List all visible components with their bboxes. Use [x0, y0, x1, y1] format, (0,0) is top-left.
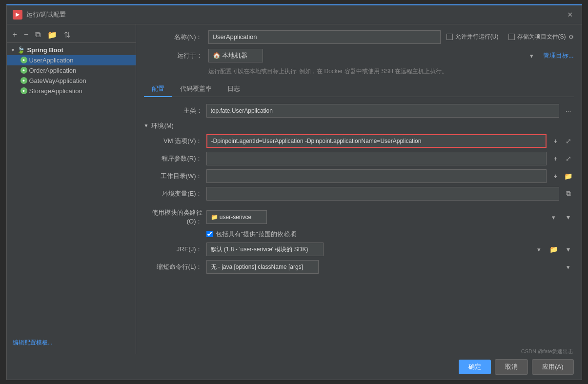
tab-coverage[interactable]: 代码覆盖率	[172, 81, 220, 97]
jre-dropdown-button[interactable]: ▾	[563, 244, 574, 255]
info-text: 运行配置可以在本地或目标上执行: 例如，在 Docker 容器中或使用 SSH …	[144, 67, 574, 76]
app-icon: ▶	[13, 10, 22, 20]
env-vars-row: 环境变量(E)： ⧉	[144, 187, 574, 201]
header-right: 允许并行运行(U) 存储为项目文件(S) ⚙	[446, 33, 574, 41]
vm-options-add-button[interactable]: +	[550, 136, 561, 146]
env-vars-actions: ⧉	[563, 188, 574, 199]
sidebar-item-user-application[interactable]: ● UserApplication	[7, 55, 136, 65]
close-button[interactable]: ×	[565, 9, 576, 20]
short-cmd-row: 缩短命令行(L)： 无 - java [options] className […	[144, 260, 574, 274]
jre-wrapper: 默认 (1.8 - 'user-serivce' 模块的 SDK)	[206, 243, 545, 256]
save-to-file-checkbox-row: 存储为项目文件(S) ⚙	[508, 33, 574, 41]
program-args-row: 程序参数(R)： + ⤢	[144, 152, 574, 165]
copy-config-button[interactable]: ⧉	[33, 29, 42, 40]
edit-template-link[interactable]: 编辑配置模板...	[7, 335, 136, 351]
title-bar: ▶ 运行/调试配置 ×	[7, 5, 582, 24]
title-bar-left: ▶ 运行/调试配置	[13, 10, 66, 20]
dialog-title: 运行/调试配置	[26, 10, 66, 19]
program-args-input[interactable]	[206, 152, 547, 165]
sidebar-label-user-application: UserApplication	[29, 57, 74, 64]
cancel-button[interactable]: 取消	[495, 359, 528, 375]
allow-parallel-label: 允许并行运行(U)	[455, 33, 499, 41]
main-class-label: 主类：	[144, 106, 203, 115]
jre-select[interactable]: 默认 (1.8 - 'user-serivce' 模块的 SDK)	[206, 243, 324, 256]
work-dir-add-button[interactable]: +	[550, 171, 561, 182]
remove-config-button[interactable]: −	[22, 29, 30, 40]
program-args-actions: + ⤢	[550, 153, 574, 164]
env-vars-input[interactable]	[206, 187, 559, 201]
watermark: CSDN @fate急速出击	[521, 348, 574, 355]
vm-options-label: VM 选项(V)：	[144, 137, 203, 145]
run-on-row: 运行于： 🏠 本地机器 管理目标...	[144, 49, 574, 62]
sidebar-left: + − ⧉ 📁 ⇅ ▼ 🍃 Spring Boot ●	[7, 27, 136, 351]
module-classpath-select[interactable]: 📁 user-serivce	[206, 210, 267, 224]
include-provided-label: 包括具有"提供"范围的依赖项	[216, 230, 296, 239]
main-class-row: 主类： ···	[144, 104, 574, 118]
tab-config[interactable]: 配置	[144, 81, 172, 97]
sidebar-item-storage-application[interactable]: ● StorageApplication	[7, 86, 136, 96]
name-input[interactable]	[208, 30, 441, 44]
run-on-select-wrapper: 🏠 本地机器	[208, 49, 537, 62]
vm-options-actions: + ⤢	[550, 136, 574, 146]
env-vars-label: 环境变量(E)：	[144, 189, 203, 198]
include-provided-row: 包括具有"提供"范围的依赖项	[144, 230, 574, 239]
env-section-label: ▼ 环境(M)	[144, 121, 574, 130]
work-dir-input[interactable]	[206, 169, 547, 183]
work-dir-browse-button[interactable]: 📁	[563, 171, 574, 182]
bottom-bar: CSDN @fate急速出击 确定 取消 应用(A)	[7, 354, 582, 380]
main-class-browse-button[interactable]: ···	[563, 105, 574, 116]
sort-config-button[interactable]: ⇅	[62, 29, 72, 40]
sidebar-item-order-application[interactable]: ● OrderApplication	[7, 65, 136, 76]
short-cmd-select[interactable]: 无 - java [options] className [args]	[206, 260, 319, 274]
sidebar-label-storage-application: StorageApplication	[29, 87, 82, 95]
sidebar-item-gateway-application[interactable]: ● GateWayApplication	[7, 76, 136, 86]
spring-icon-gateway: ●	[20, 77, 27, 84]
tabs: 配置 代码覆盖率 日志	[144, 81, 574, 97]
run-on-label: 运行于：	[144, 51, 203, 60]
module-classpath-wrapper: 📁 user-serivce	[206, 210, 559, 224]
module-classpath-label: 使用模块的类路径(O)：	[144, 208, 203, 226]
run-debug-config-dialog: ▶ 运行/调试配置 × + − ⧉ 📁 ⇅ ▼ 🍃	[6, 4, 582, 380]
ok-button[interactable]: 确定	[459, 360, 491, 374]
add-config-button[interactable]: +	[11, 29, 19, 40]
apply-button[interactable]: 应用(A)	[532, 359, 573, 375]
settings-icon[interactable]: ⚙	[568, 34, 574, 40]
manage-targets-link[interactable]: 管理目标...	[543, 51, 574, 60]
module-classpath-row: 使用模块的类路径(O)： 📁 user-serivce ▾	[144, 208, 574, 226]
env-section-title: 环境(M)	[151, 121, 174, 130]
right-panel: 名称(N)： 允许并行运行(U) 存储为项目文件(S) ⚙ 运行于：	[136, 24, 582, 354]
save-to-file-checkbox[interactable]	[508, 34, 515, 40]
allow-parallel-checkbox[interactable]	[446, 34, 453, 40]
program-args-add-button[interactable]: +	[550, 153, 561, 164]
short-cmd-wrapper: 无 - java [options] className [args]	[206, 260, 574, 274]
vm-options-row: VM 选项(V)： + ⤢	[144, 134, 574, 148]
tab-log[interactable]: 日志	[220, 81, 248, 97]
sidebar-tree: ▼ 🍃 Spring Boot ● UserApplication ● Orde…	[7, 45, 136, 335]
module-classpath-dropdown-button[interactable]: ▾	[563, 212, 574, 222]
tree-group-spring-boot[interactable]: ▼ 🍃 Spring Boot	[7, 45, 136, 55]
sidebar: + − ⧉ 📁 ⇅ ▼ 🍃 Spring Boot ●	[7, 24, 136, 354]
sidebar-toolbar: + − ⧉ 📁 ⇅	[7, 27, 136, 43]
env-vars-edit-button[interactable]: ⧉	[563, 188, 574, 199]
env-section: ▼ 环境(M) VM 选项(V)： + ⤢ 程序参数(R)：	[144, 121, 574, 204]
folder-config-button[interactable]: 📁	[45, 29, 59, 40]
spring-icon-user: ●	[20, 57, 27, 63]
vm-options-input[interactable]	[206, 134, 547, 148]
spring-boot-group-icon: 🍃	[17, 46, 25, 54]
jre-row: JRE(J)： 默认 (1.8 - 'user-serivce' 模块的 SDK…	[144, 243, 574, 256]
vm-options-expand-button[interactable]: ⤢	[563, 136, 574, 146]
run-on-select[interactable]: 🏠 本地机器	[208, 49, 263, 62]
jre-browse-button[interactable]: 📁	[548, 244, 559, 255]
env-expand-arrow[interactable]: ▼	[144, 123, 149, 128]
program-args-expand-button[interactable]: ⤢	[563, 153, 574, 164]
allow-parallel-checkbox-row: 允许并行运行(U)	[446, 33, 499, 41]
name-label: 名称(N)：	[144, 33, 203, 41]
main-class-input[interactable]	[206, 104, 559, 118]
main-class-actions: ···	[563, 105, 574, 116]
include-provided-checkbox[interactable]	[206, 231, 213, 237]
work-dir-actions: + 📁	[550, 171, 574, 182]
group-expand-arrow: ▼	[11, 47, 16, 53]
short-cmd-label: 缩短命令行(L)：	[144, 263, 203, 271]
jre-label: JRE(J)：	[144, 245, 203, 254]
name-row: 名称(N)： 允许并行运行(U) 存储为项目文件(S) ⚙	[144, 30, 574, 44]
